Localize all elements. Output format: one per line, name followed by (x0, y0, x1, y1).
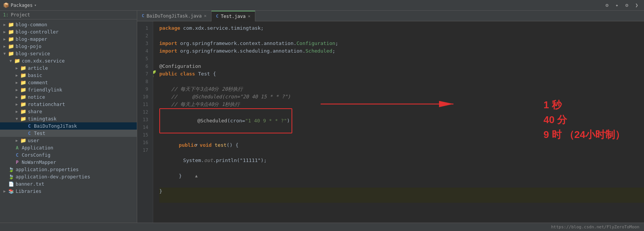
folder-icon: 📁 (14, 58, 21, 64)
tree-item-user[interactable]: ▶ 📁 user (0, 137, 137, 144)
tree-item-blog-pojo[interactable]: ▶ 📁 blog-pojo (0, 43, 137, 50)
editor-tabs: C BaiDuTongJiTask.java ✕ C Test.java ✕ (137, 11, 644, 21)
tree-item-blog-mapper[interactable]: ▶ 📁 blog-mapper (0, 35, 137, 43)
tree-label: Libraries (16, 188, 42, 194)
expand-icon: ▶ (2, 22, 8, 27)
code-line-4: import org.springframework.scheduling.an… (159, 47, 644, 55)
main-area: 1: Project ▶ 📁 blog-common ▶ 📁 blog-cont… (0, 11, 644, 223)
annotation-text: @Configuration (159, 63, 201, 70)
tree-label: friendlylink (28, 87, 62, 93)
folder-icon: 📁 (8, 51, 14, 56)
tree-label: basic (28, 72, 42, 78)
tree-item-timingtask[interactable]: ▼ 📁 timingtask (0, 115, 137, 122)
tab-close-icon[interactable]: ✕ (204, 13, 207, 18)
code-text: .println("11111"); (213, 157, 267, 164)
editor-area: C BaiDuTongJiTask.java ✕ C Test.java ✕ 1… (137, 11, 644, 223)
tree-item-article[interactable]: ▶ 📁 article (0, 64, 137, 72)
comment: // @Scheduled(cron="20 40 15 * * ?") (159, 93, 290, 101)
tree-item-app-properties[interactable]: 🍃 application.properties (0, 166, 137, 173)
code-text: ) (287, 118, 290, 124)
tree-item-app-dev-properties[interactable]: 🍃 application-dev.properties (0, 173, 137, 180)
code-text: Test { (195, 70, 216, 78)
folder-icon: 📁 (20, 87, 27, 93)
tree-item-blog-common[interactable]: ▶ 📁 blog-common (0, 21, 137, 28)
keyword: class (180, 70, 195, 78)
callout-area: 1 秒 40 分 9 时 （24小时制） (543, 98, 625, 142)
comment: // 每天上午9点40分 1秒执行 (159, 101, 240, 108)
folder-icon: 📁 (20, 116, 27, 122)
tree-item-share[interactable]: ▶ 📁 share (0, 108, 137, 115)
tree-item-notice[interactable]: ▶ 📁 notice (0, 93, 137, 101)
settings-icon[interactable]: ⚙ (603, 1, 611, 10)
build-icon[interactable]: ⚙ (623, 1, 631, 10)
tree-item-test[interactable]: C Test (0, 130, 137, 137)
tree-label: blog-service (16, 51, 50, 56)
code-text (211, 141, 215, 149)
bean-icon: 🌱 (153, 70, 156, 78)
prop-icon: 🍃 (8, 167, 14, 172)
expand-icon: ▶ (14, 95, 20, 99)
packages-arrow: ▾ (34, 3, 37, 7)
expand-icon: ▶ (14, 109, 20, 114)
tree-label: NoWarnMapper (22, 159, 56, 165)
folder-icon: 📁 (20, 80, 27, 85)
code-text: (cron= (227, 118, 245, 124)
folder-icon: 📁 (20, 65, 27, 71)
tab-icon: C (142, 13, 144, 18)
collapse-icon: ▼ (159, 133, 166, 157)
code-text: org.springframework.context.annotation. (177, 40, 296, 47)
code-line-5 (159, 55, 644, 63)
tree-label: blog-pojo (16, 43, 42, 49)
tree-item-friendlylink[interactable]: ▶ 📁 friendlylink (0, 86, 137, 93)
tab-close-icon[interactable]: ✕ (248, 14, 250, 19)
tree-label: rotationchart (28, 101, 65, 107)
tab-test[interactable]: C Test.java ✕ (211, 11, 255, 21)
tree-item-blog-controller[interactable]: ▶ 📁 blog-controller (0, 28, 137, 35)
callout-line3: 9 时 （24小时制） (543, 127, 625, 142)
java-icon: C (26, 131, 33, 136)
tab-label: Test.java (221, 14, 245, 19)
folder-icon: 📁 (20, 101, 27, 107)
tree-item-corsconfig[interactable]: C CorsConfig (0, 151, 137, 159)
tree-item-com-xdx-service[interactable]: ▼ 📁 com.xdx.service (0, 57, 137, 64)
expand-icon: ▼ (8, 59, 14, 63)
expand-icon: ▶ (14, 73, 20, 77)
tree-item-blog-service[interactable]: ▼ 📁 blog-service (0, 50, 137, 57)
code-line-17 (159, 195, 644, 203)
code-line-16: } (159, 188, 644, 195)
collapse-icon: ▲ (159, 164, 166, 188)
code-line-14: System.out.println("11111"); (159, 157, 644, 164)
tree-item-rotationchart[interactable]: ▶ 📁 rotationchart (0, 101, 137, 108)
packages-dropdown-group[interactable]: 📦 Packages ▾ (3, 2, 37, 8)
tree-item-libraries[interactable]: ▶ 📚 Libraries (0, 188, 137, 195)
tree-item-baidutongji[interactable]: C BaiDuTongJiTask (0, 122, 137, 130)
code-area[interactable]: package com.xdx.service.timingtask; impo… (153, 21, 644, 223)
annotation-highlight-box: @Scheduled(cron="1 40 9 * * ?") (159, 108, 292, 133)
comment: // 每天下午3点40分 20秒执行 (159, 85, 243, 93)
tab-baidutongji[interactable]: C BaiDuTongJiTask.java ✕ (137, 11, 211, 21)
code-text: } (159, 188, 162, 195)
tree-label: application.properties (16, 167, 79, 172)
tree-item-basic[interactable]: ▶ 📁 basic (0, 72, 137, 79)
tree-label: article (28, 65, 48, 71)
tree-label: Application (22, 145, 53, 151)
expand-icon: ▶ (14, 88, 20, 92)
app-icon: A (14, 145, 21, 151)
prop-icon: P (14, 160, 21, 165)
tree-label: blog-mapper (16, 36, 47, 42)
expand-icon: ▶ (14, 102, 20, 106)
class-name: Scheduled (306, 47, 332, 55)
code-line-1: package com.xdx.service.timingtask; (159, 24, 644, 32)
code-line-9: // 每天下午3点40分 20秒执行 (159, 85, 644, 93)
tree-item-banner[interactable]: 📄 banner.txt (0, 180, 137, 188)
callout-line2: 40 分 (543, 112, 625, 127)
tree-item-nowarnmapper[interactable]: P NoWarnMapper (0, 159, 137, 166)
tree-item-comment[interactable]: ▶ 📁 comment (0, 79, 137, 86)
run-icon[interactable]: ❯ (633, 1, 641, 10)
sync-icon[interactable]: ✦ (613, 1, 621, 10)
code-line-2 (159, 32, 644, 40)
tree-item-application[interactable]: A Application (0, 144, 137, 151)
tree-label: blog-controller (16, 29, 59, 35)
expand-icon: ▶ (14, 66, 20, 70)
project-label: Project (11, 12, 30, 18)
